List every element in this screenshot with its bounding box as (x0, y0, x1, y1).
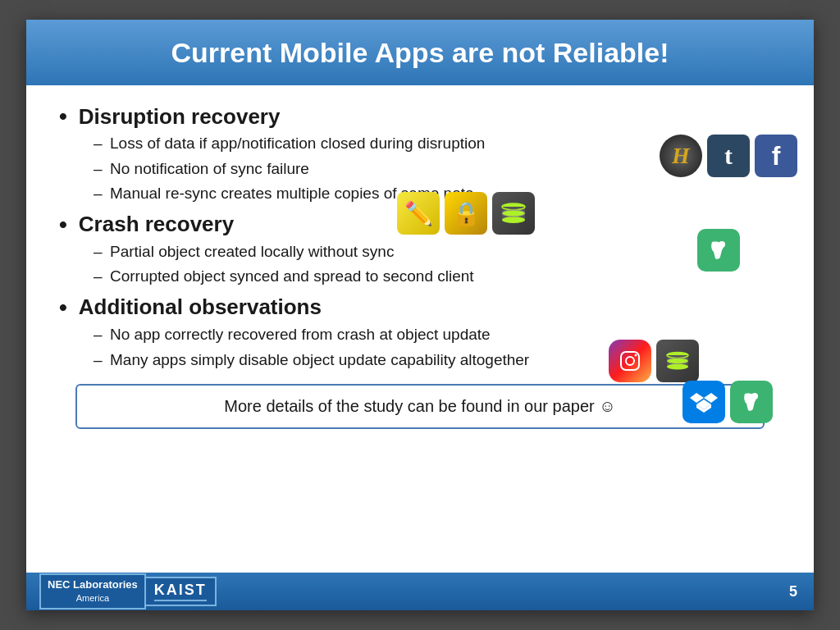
bullet-additional: Additional observations (59, 294, 781, 321)
svg-point-8 (626, 357, 634, 365)
svg-point-21 (751, 393, 758, 399)
evernote-icon-2 (730, 381, 773, 423)
slide-number: 5 (789, 583, 797, 600)
svg-point-6 (719, 241, 725, 248)
slide-title: Current Mobile Apps are not Reliable! (171, 36, 669, 70)
sub-list-crash: Partial object created locally without s… (94, 241, 781, 288)
instagram-icon (609, 340, 651, 382)
dropbox-icon (682, 381, 725, 423)
svg-point-2 (502, 217, 525, 223)
handrite-icon: H (660, 135, 702, 177)
evernote-icon-1 (697, 229, 740, 272)
sub-item: Corrupted object synced and spread to se… (94, 266, 781, 288)
facebook-icon: f (755, 135, 797, 177)
slide-body: Disruption recovery Loss of data if app/… (26, 85, 814, 573)
kaist-underline (154, 600, 207, 601)
svg-point-9 (635, 354, 637, 357)
callout-box: More details of the study can be found i… (75, 384, 765, 429)
footer-kaist-label: KAIST (146, 577, 217, 606)
notepad-icon: ✏️ (397, 192, 440, 235)
lock-icon: 🔒 (445, 192, 487, 235)
bullet-disruption: Disruption recovery (59, 103, 781, 130)
tumblr-icon: t (707, 135, 750, 177)
callout-text: More details of the study can be found i… (224, 397, 615, 415)
icons-row-crash-corrupted (682, 381, 773, 423)
slide-header: Current Mobile Apps are not Reliable! (26, 20, 814, 85)
slide: Current Mobile Apps are not Reliable! Di… (26, 20, 814, 610)
android-db-icon-2 (656, 340, 699, 382)
footer-nec-label: NEC Laboratories America (39, 573, 146, 609)
icons-row-disruption-title: H t f (660, 135, 797, 177)
icons-row-crash-partial (609, 340, 699, 382)
icons-row-sync: ✏️ 🔒 (397, 192, 535, 235)
svg-point-12 (667, 364, 688, 370)
sub-item: Partial object created locally without s… (94, 241, 781, 263)
icons-row-evernote1 (697, 229, 740, 272)
slide-footer: NEC Laboratories America KAIST 5 (26, 573, 814, 610)
android-db-icon (492, 192, 535, 235)
